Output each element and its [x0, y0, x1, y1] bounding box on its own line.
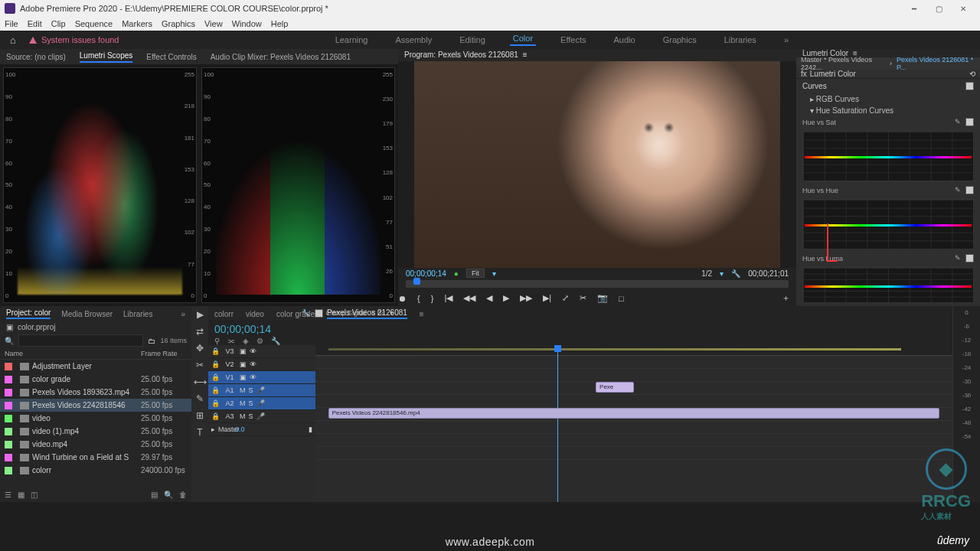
- seq-tab-colorr[interactable]: colorr: [214, 310, 234, 318]
- search-icon[interactable]: 🔍: [5, 337, 14, 345]
- new-bin-icon[interactable]: 🗀: [148, 337, 155, 345]
- curves-enable-checkbox[interactable]: [965, 82, 974, 90]
- chevron-down-icon[interactable]: ▾: [720, 269, 724, 278]
- lock-icon[interactable]: [211, 373, 220, 381]
- home-icon[interactable]: ⌂: [5, 34, 21, 46]
- voice-icon[interactable]: 🎤: [256, 412, 265, 420]
- ws-editing[interactable]: Editing: [456, 35, 488, 44]
- project-item[interactable]: video (1).mp425.00 fps: [0, 425, 191, 438]
- program-tab[interactable]: Program: Pexels Videos 2126081 ≡: [398, 49, 796, 61]
- track-v2[interactable]: V2▣: [208, 358, 315, 371]
- toggle-output-icon[interactable]: ▣: [240, 347, 247, 355]
- play-icon[interactable]: ▶: [503, 293, 509, 303]
- expand-icon[interactable]: ▸: [211, 425, 215, 433]
- hue-vs-hue-curve[interactable]: [802, 199, 974, 249]
- track-a1[interactable]: A1MS🎤: [208, 384, 315, 397]
- settings-icon[interactable]: ⚙: [256, 337, 263, 345]
- fx-header[interactable]: fx Lumetri Color ⟲: [796, 70, 980, 79]
- rgb-curves-row[interactable]: ▸ RGB Curves: [796, 93, 980, 105]
- eyedropper-icon[interactable]: ✎: [955, 186, 961, 194]
- track-a3[interactable]: A3MS🎤: [208, 410, 315, 423]
- menu-view[interactable]: View: [204, 19, 223, 28]
- project-item[interactable]: Pexels Videos 1893623.mp425.00 fps: [0, 386, 191, 399]
- timecode-current[interactable]: 00;00;00;14: [406, 269, 446, 278]
- lock-icon[interactable]: [211, 347, 220, 355]
- add-marker-icon[interactable]: ⏺: [398, 294, 407, 303]
- project-item-list[interactable]: Adjustment Layercolor grade25.00 fpsPexe…: [0, 360, 191, 487]
- mute-icon[interactable]: M: [240, 386, 246, 394]
- list-view-icon[interactable]: ☰: [5, 491, 11, 499]
- type-tool-icon[interactable]: T: [197, 427, 202, 438]
- selection-tool-icon[interactable]: ▶: [197, 309, 204, 320]
- clip-main-video[interactable]: Pexels Videos 2242818546.mp4: [328, 408, 940, 419]
- toggle-output-icon[interactable]: ▣: [240, 373, 247, 381]
- hvh-enable-checkbox[interactable]: [965, 186, 974, 194]
- new-item-icon[interactable]: ▤: [151, 491, 158, 499]
- close-button[interactable]: ✕: [951, 2, 975, 15]
- eye-icon[interactable]: [250, 373, 256, 381]
- wrench-icon[interactable]: 🔧: [271, 337, 280, 345]
- program-monitor[interactable]: [398, 61, 796, 268]
- chevron-down-icon[interactable]: ▾: [492, 269, 496, 278]
- tab-libraries[interactable]: Libraries: [123, 310, 152, 318]
- hue-sat-curves-row[interactable]: ▾ Hue Saturation Curves: [796, 105, 980, 116]
- linked-selection-icon[interactable]: ⫘: [227, 337, 235, 345]
- add-button-icon[interactable]: ＋: [782, 292, 790, 304]
- project-item[interactable]: video.mp425.00 fps: [0, 438, 191, 451]
- search-icon[interactable]: 🔍: [164, 491, 173, 499]
- tab-source[interactable]: Source: (no clips): [6, 53, 66, 61]
- overflow-icon[interactable]: »: [181, 310, 185, 318]
- playhead[interactable]: [557, 345, 558, 502]
- track-a2[interactable]: A2MS🎤: [208, 397, 315, 410]
- col-name[interactable]: Name: [5, 350, 141, 357]
- toggle-output-icon[interactable]: ▣: [240, 360, 247, 368]
- master-clip-label[interactable]: Master * Pexels Videos 2242...: [801, 56, 885, 71]
- step-forward-icon[interactable]: ▶▶: [520, 293, 532, 303]
- settings-icon[interactable]: 🔧: [731, 269, 740, 278]
- hue-vs-sat-curve[interactable]: [802, 131, 974, 181]
- tab-audio-clip-mixer[interactable]: Audio Clip Mixer: Pexels Videos 2126081: [211, 53, 351, 61]
- system-warning[interactable]: System issues found: [29, 35, 119, 44]
- project-columns[interactable]: Name Frame Rate: [0, 348, 191, 360]
- eye-icon[interactable]: [250, 360, 256, 368]
- razor-tool-icon[interactable]: ✂: [196, 360, 204, 370]
- lock-icon[interactable]: [211, 360, 220, 368]
- project-item[interactable]: Pexels Videos 224281854625.00 fps: [0, 399, 191, 412]
- lock-icon[interactable]: [211, 399, 220, 407]
- trash-icon[interactable]: 🗑: [179, 491, 187, 499]
- icon-view-icon[interactable]: ▦: [18, 491, 24, 499]
- project-search-input[interactable]: [18, 334, 143, 347]
- mute-icon[interactable]: M: [240, 412, 246, 420]
- voice-icon[interactable]: 🎤: [256, 399, 265, 407]
- solo-icon[interactable]: S: [249, 412, 253, 420]
- panel-menu-icon[interactable]: ≡: [523, 51, 528, 59]
- menu-graphics[interactable]: Graphics: [162, 19, 195, 28]
- hvl-enable-checkbox[interactable]: [965, 254, 974, 262]
- step-back-icon[interactable]: ◀◀: [463, 293, 475, 303]
- ws-audio[interactable]: Audio: [611, 35, 639, 44]
- sequence-clip-label[interactable]: Pexels Videos 2126081 * P...: [897, 56, 975, 71]
- project-item[interactable]: color grade25.00 fps: [0, 373, 191, 386]
- lift-icon[interactable]: ⤢: [562, 293, 569, 303]
- ws-more-icon[interactable]: »: [781, 35, 792, 44]
- marker-icon[interactable]: ◈: [243, 337, 249, 345]
- snap-icon[interactable]: ⚲: [214, 337, 220, 345]
- master-db[interactable]: 0.0: [235, 425, 245, 433]
- ripple-tool-icon[interactable]: ✥: [196, 343, 204, 354]
- project-item[interactable]: video25.00 fps: [0, 412, 191, 425]
- menu-window[interactable]: Window: [232, 19, 262, 28]
- maximize-button[interactable]: ▢: [926, 2, 951, 15]
- curves-section[interactable]: Curves: [796, 79, 980, 93]
- ws-learning[interactable]: Learning: [332, 35, 371, 44]
- eye-icon[interactable]: [250, 347, 256, 355]
- menu-help[interactable]: Help: [271, 19, 289, 28]
- curve-control-point[interactable]: [827, 223, 838, 262]
- time-ruler[interactable]: [315, 345, 952, 356]
- play-backward-icon[interactable]: ◀: [486, 293, 492, 303]
- mark-out-icon[interactable]: }: [431, 294, 434, 303]
- seq-tab-colorgrade[interactable]: color grade: [276, 310, 315, 318]
- mark-in-icon[interactable]: {: [417, 294, 420, 303]
- track-select-tool-icon[interactable]: ⇄: [196, 326, 204, 337]
- slip-tool-icon[interactable]: ⟷: [194, 377, 207, 387]
- meter-icon[interactable]: ▮: [309, 425, 312, 433]
